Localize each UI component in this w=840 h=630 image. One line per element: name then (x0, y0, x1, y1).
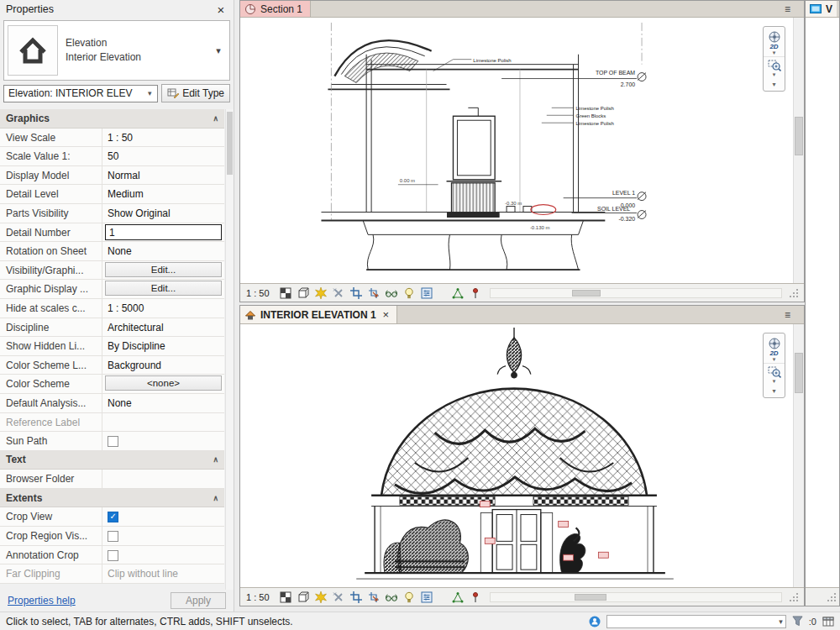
tab-bar-menu-icon[interactable]: ≡ (785, 1, 790, 17)
color-scheme-button[interactable]: <none> (105, 375, 222, 391)
collapse-icon[interactable]: ∧ (213, 455, 218, 464)
type-name: Interior Elevation (66, 50, 211, 65)
crop-region-visible-checkbox[interactable] (108, 531, 118, 542)
steering-wheel-button[interactable]: 2D ▾ (764, 29, 785, 57)
horizontal-scrollbar[interactable] (490, 592, 782, 602)
sun-path-icon[interactable] (313, 590, 328, 605)
property-value[interactable]: Architectural (102, 318, 224, 337)
show-crop-region-icon[interactable] (366, 286, 381, 301)
close-icon[interactable]: × (214, 3, 228, 17)
vertical-scrollbar[interactable] (793, 18, 804, 283)
shadows-icon[interactable] (331, 590, 346, 605)
type-family: Elevation (66, 36, 211, 50)
section-canvas[interactable]: Limestone Polish TOP OF BEAM 2.700 Limes… (240, 18, 804, 283)
type-selector[interactable]: Elevation Interior Elevation ▾ (3, 20, 230, 81)
show-crop-region-icon[interactable] (366, 590, 381, 605)
chevron-down-icon[interactable]: ▾ (211, 45, 226, 56)
apply-button[interactable]: Apply (171, 592, 226, 609)
property-value[interactable]: 1 : 5000 (102, 299, 224, 318)
active-workset-combo[interactable]: ▾ (606, 615, 786, 628)
sun-path-checkbox[interactable] (108, 436, 118, 447)
navbar-collapse-button[interactable]: ▾ (772, 385, 775, 396)
selection-count: :0 (809, 617, 816, 627)
filter-icon[interactable] (792, 616, 803, 627)
scrollbar-thumb[interactable] (227, 112, 233, 175)
property-value[interactable]: Background (102, 356, 224, 375)
scrollbar-thumb[interactable] (795, 117, 803, 155)
tab-bar-menu-icon[interactable]: ≡ (785, 306, 790, 323)
visibility-graphics-edit-button[interactable]: Edit... (105, 262, 222, 277)
property-value[interactable]: Show Original (102, 204, 224, 223)
properties-scrollbar[interactable] (225, 109, 234, 590)
temporary-view-properties-icon[interactable] (419, 590, 434, 605)
graphic-display-edit-button[interactable]: Edit... (105, 281, 222, 296)
tab-partial-view[interactable]: V (806, 1, 837, 17)
edit-type-button[interactable]: Edit Type (161, 84, 230, 102)
zoom-button[interactable]: ▾ (764, 364, 785, 385)
property-value[interactable] (102, 470, 224, 488)
detail-level-icon[interactable] (278, 286, 293, 301)
resize-grip[interactable] (789, 591, 800, 602)
sun-path-icon[interactable] (313, 286, 328, 301)
collapse-icon[interactable]: ∧ (213, 114, 218, 123)
collapse-icon[interactable]: ∧ (213, 494, 218, 502)
scrollbar-thumb[interactable] (572, 290, 601, 297)
analytical-model-icon[interactable] (450, 286, 465, 301)
property-row: Display ModelNormal (0, 166, 224, 186)
tab-section-1[interactable]: Section 1 (240, 1, 311, 17)
temporary-hide-isolate-icon[interactable] (384, 590, 399, 605)
reveal-hidden-elements-icon[interactable] (402, 590, 417, 605)
property-value[interactable]: By Discipline (102, 337, 224, 355)
shadows-icon[interactable] (331, 286, 346, 301)
crop-view-checkbox[interactable] (108, 512, 118, 522)
partial-canvas[interactable] (806, 18, 839, 587)
property-value[interactable]: 1 : 50 (102, 129, 224, 147)
material-note: Limestone Polish (473, 58, 511, 63)
property-value[interactable]: 50 (102, 147, 224, 165)
instance-type-combo[interactable]: Elevation: INTERIOR ELEV ▾ (3, 85, 158, 102)
selection-table-icon[interactable] (822, 616, 834, 627)
scrollbar-thumb[interactable] (795, 353, 803, 393)
property-value[interactable]: Medium (102, 185, 224, 203)
detail-level-icon[interactable] (278, 590, 293, 605)
scale-button[interactable]: 1 : 50 (244, 592, 276, 602)
steering-wheel-button[interactable]: 2D ▾ (764, 335, 785, 364)
property-value[interactable]: None (102, 242, 224, 260)
navbar-collapse-button[interactable]: ▾ (772, 78, 775, 89)
property-value[interactable]: Clip without line (102, 564, 224, 583)
reveal-constraints-icon[interactable] (468, 286, 483, 301)
worksharing-icon[interactable] (589, 616, 601, 627)
horizontal-scrollbar[interactable] (490, 288, 782, 298)
annotation-crop-checkbox[interactable] (108, 550, 118, 561)
property-value[interactable]: Normal (102, 166, 224, 185)
tab-interior-elevation-1[interactable]: INTERIOR ELEVATION 1 × (240, 306, 397, 323)
elevation-canvas[interactable]: 2D ▾ ▾ ▾ (240, 324, 804, 587)
analytical-model-icon[interactable] (450, 590, 465, 605)
scale-button[interactable]: 1 : 50 (244, 288, 276, 298)
close-icon[interactable]: × (383, 308, 390, 321)
scrollbar-thumb[interactable] (575, 594, 606, 601)
resize-grip[interactable] (827, 591, 837, 602)
visual-style-icon[interactable] (296, 286, 311, 301)
section-header[interactable]: Text∧ (0, 451, 224, 470)
section-header[interactable]: Graphics∧ (0, 109, 224, 129)
reveal-constraints-icon[interactable] (468, 590, 483, 605)
vertical-scrollbar[interactable] (793, 324, 804, 587)
temporary-view-properties-icon[interactable] (419, 286, 434, 301)
visual-style-icon[interactable] (296, 590, 311, 605)
property-value (102, 507, 224, 526)
temporary-hide-isolate-icon[interactable] (384, 286, 399, 301)
property-value[interactable] (102, 413, 224, 432)
resize-grip[interactable] (789, 287, 800, 298)
section-header[interactable]: Extents∧ (0, 489, 224, 508)
zoom-button[interactable]: ▾ (764, 57, 785, 78)
properties-help-link[interactable]: Properties help (8, 595, 171, 606)
property-value[interactable]: None (102, 394, 224, 412)
property-label: Parts Visibility (0, 204, 102, 223)
reveal-hidden-elements-icon[interactable] (402, 286, 417, 301)
detail-number-input[interactable]: 1 (105, 224, 222, 240)
view-tab-bar: INTERIOR ELEVATION 1 × ≡ (240, 306, 804, 324)
property-label: Discipline (0, 318, 102, 337)
crop-view-icon[interactable] (349, 590, 364, 605)
crop-view-icon[interactable] (349, 286, 364, 301)
